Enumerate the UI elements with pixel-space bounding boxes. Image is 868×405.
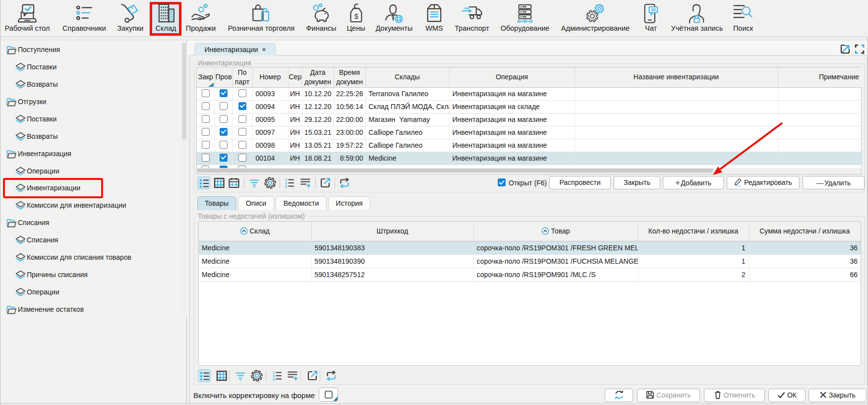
svg-text:3: 3 (285, 184, 287, 189)
svg-text:$: $ (354, 12, 358, 20)
svg-text:3: 3 (273, 377, 275, 382)
